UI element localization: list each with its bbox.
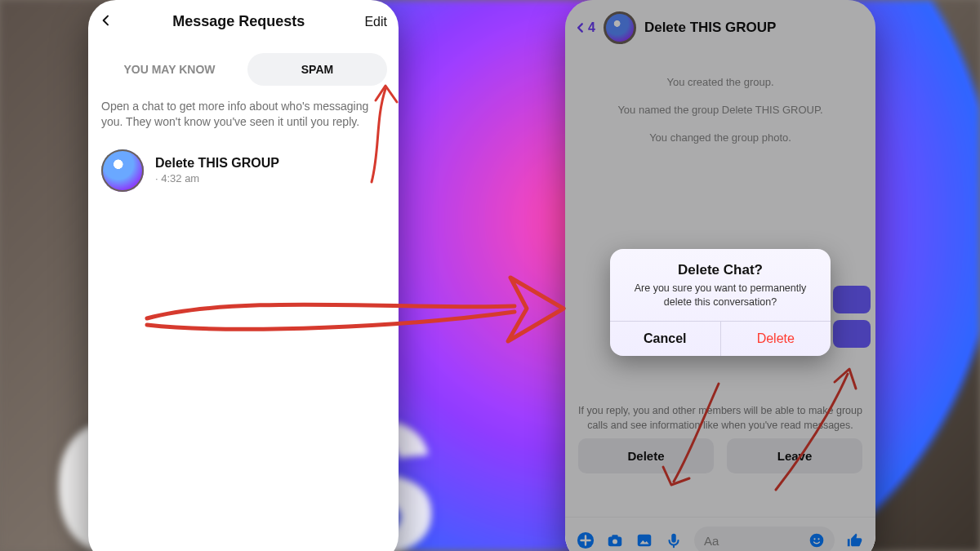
tabs-row: YOU MAY KNOW SPAM [88, 37, 399, 94]
alert-cancel-button[interactable]: Cancel [610, 322, 721, 356]
conversation-title: Delete THIS GROUP [155, 156, 279, 171]
tab-you-may-know[interactable]: YOU MAY KNOW [100, 53, 239, 86]
alert-title: Delete Chat? [610, 249, 831, 282]
tab-spam[interactable]: SPAM [247, 53, 387, 86]
back-button[interactable] [100, 14, 113, 30]
alert-body: Are you sure you want to permanently del… [610, 282, 831, 321]
nav-bar: Message Requests Edit [88, 0, 399, 37]
spam-info-text: Open a chat to get more info about who's… [88, 94, 399, 141]
delete-chat-alert: Delete Chat? Are you sure you want to pe… [610, 249, 831, 356]
alert-delete-button[interactable]: Delete [721, 322, 831, 356]
phone-screenshot-left: Message Requests Edit YOU MAY KNOW SPAM … [88, 0, 399, 551]
chevron-left-icon [100, 14, 113, 27]
conversation-subtitle: · 4:32 am [155, 172, 279, 184]
group-avatar [101, 149, 144, 192]
phone-screenshot-right: 4 Delete THIS GROUP You created the grou… [565, 0, 875, 551]
page-title: Message Requests [172, 13, 305, 30]
conversation-row[interactable]: Delete THIS GROUP · 4:32 am [88, 141, 399, 200]
edit-button[interactable]: Edit [364, 15, 387, 29]
